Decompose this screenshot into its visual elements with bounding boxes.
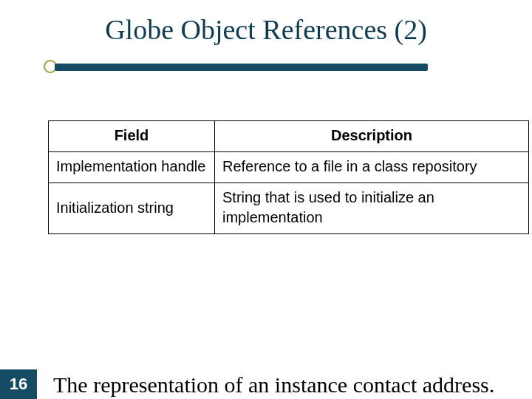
fields-table-wrap: Field Description Implementation handle … xyxy=(48,120,528,234)
cell-description: Reference to a file in a class repositor… xyxy=(215,152,529,183)
table-header-row: Field Description xyxy=(49,121,529,152)
cell-field: Implementation handle xyxy=(49,152,215,183)
title-underline xyxy=(55,64,428,71)
col-header-description: Description xyxy=(215,121,529,152)
fields-table: Field Description Implementation handle … xyxy=(48,120,529,234)
table-row: Implementation handle Reference to a fil… xyxy=(49,152,529,183)
page-number: 16 xyxy=(0,369,37,399)
col-header-field: Field xyxy=(49,121,215,152)
cell-field: Initialization string xyxy=(49,183,215,234)
slide-caption: The representation of an instance contac… xyxy=(53,372,494,398)
cell-description: String that is used to initialize an imp… xyxy=(215,183,529,234)
table-row: Initialization string String that is use… xyxy=(49,183,529,234)
slide: Globe Object References (2) Field Descri… xyxy=(0,0,532,399)
slide-title: Globe Object References (2) xyxy=(0,13,532,46)
